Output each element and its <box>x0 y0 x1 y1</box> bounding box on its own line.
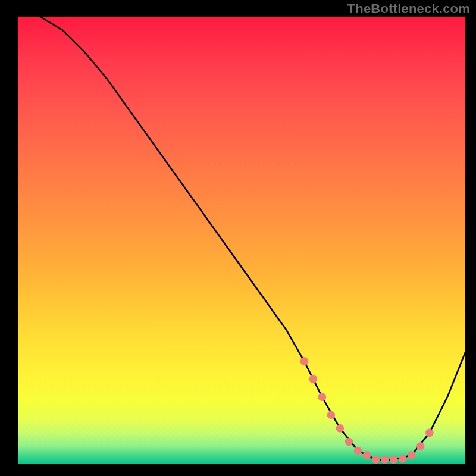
optimal-marker <box>408 451 416 459</box>
optimal-marker <box>336 424 345 433</box>
optimal-marker <box>425 429 434 437</box>
chart-stage: TheBottleneck.com <box>0 0 476 476</box>
optimal-marker <box>354 447 362 455</box>
optimal-marker <box>416 442 425 450</box>
optimal-marker <box>372 456 380 464</box>
bottleneck-curve-svg <box>18 17 465 464</box>
optimal-marker <box>399 455 407 463</box>
optimal-marker <box>309 375 318 383</box>
optimal-marker <box>318 393 327 401</box>
bottleneck-curve <box>40 17 465 459</box>
optimal-marker <box>345 438 353 446</box>
optimal-marker <box>381 456 389 464</box>
optimal-marker <box>390 456 398 464</box>
optimal-marker <box>327 411 336 419</box>
watermark-text: TheBottleneck.com <box>347 1 470 17</box>
plot-area <box>18 17 465 464</box>
marker-group <box>300 357 434 464</box>
curve-group <box>40 17 465 459</box>
optimal-marker <box>300 357 309 365</box>
optimal-marker <box>363 451 371 459</box>
